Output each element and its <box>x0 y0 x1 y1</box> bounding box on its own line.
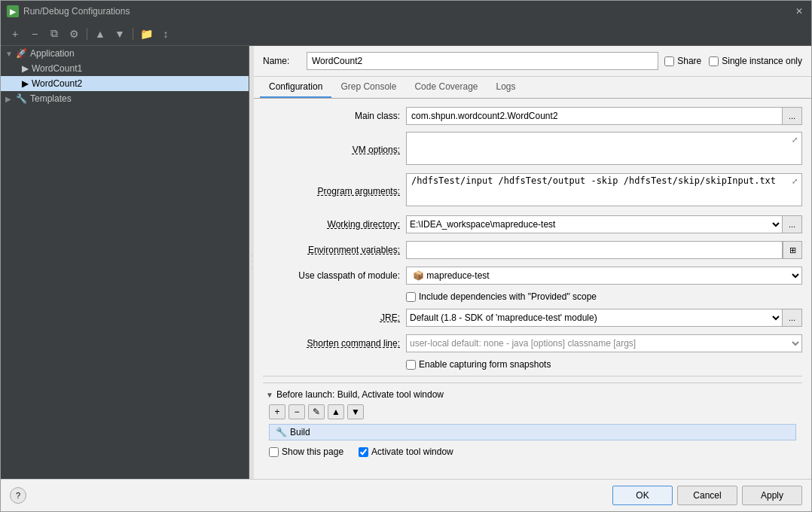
vm-options-row: VM options: ⤢ <box>263 132 802 167</box>
single-instance-option[interactable]: Single instance only <box>709 56 802 66</box>
move-down-button[interactable]: ▼ <box>111 26 128 42</box>
classpath-label: Use classpath of module: <box>263 270 406 281</box>
apply-button[interactable]: Apply <box>742 486 802 505</box>
name-bar: Name: Share Single instance only <box>254 46 811 77</box>
tree-wordcount2[interactable]: ▶ WordCount2 <box>1 76 249 91</box>
env-vars-field: ⊞ <box>406 241 802 259</box>
working-dir-row: Working directory: E:\IDEA_workspace\map… <box>263 215 802 234</box>
enable-capture-label: Enable capturing form snapshots <box>419 359 551 370</box>
classpath-field: 📦 mapreduce-test <box>406 267 802 285</box>
before-launch-arrow[interactable]: ▼ <box>266 391 273 399</box>
enable-capture-option[interactable]: Enable capturing form snapshots <box>406 359 551 370</box>
env-vars-expand-button[interactable]: ⊞ <box>783 241 802 259</box>
single-instance-label: Single instance only <box>722 56 802 66</box>
env-vars-input[interactable] <box>406 241 783 259</box>
env-vars-row: Environment variables: ⊞ <box>263 240 802 260</box>
run-icon-2: ▶ <box>22 78 29 89</box>
env-vars-label: Environment variables: <box>263 245 406 255</box>
name-field-label: Name: <box>263 56 301 66</box>
program-args-input[interactable]: /hdfsTest/input /hdfsTest/output -skip /… <box>406 173 802 206</box>
shorten-cmd-select[interactable]: user-local default: none - java [options… <box>406 334 802 352</box>
build-item[interactable]: 🔧 Build <box>269 424 796 440</box>
cancel-button[interactable]: Cancel <box>677 486 737 505</box>
help-button[interactable]: ? <box>10 487 26 504</box>
build-icon: 🔧 <box>276 427 287 437</box>
jre-select[interactable]: Default (1.8 - SDK of 'mapreduce-test' m… <box>406 309 783 327</box>
before-launch-toolbar: + − ✎ ▲ ▼ <box>263 404 802 419</box>
ok-button[interactable]: OK <box>612 486 673 505</box>
include-dep-label: Include dependencies with "Provided" sco… <box>419 291 597 302</box>
activate-tool-option[interactable]: Activate tool window <box>359 446 453 457</box>
vm-options-expand-button[interactable]: ⤢ <box>789 133 801 145</box>
single-instance-checkbox[interactable] <box>709 56 719 66</box>
program-args-expand-button[interactable]: ⤢ <box>789 175 801 187</box>
main-class-label: Main class: <box>263 111 406 121</box>
settings-button[interactable]: ⚙ <box>66 26 82 42</box>
separator <box>263 376 802 376</box>
include-dep-checkbox[interactable] <box>406 292 416 302</box>
templates-label: Templates <box>30 93 72 104</box>
enable-capture-row: Enable capturing form snapshots <box>263 359 802 370</box>
show-page-option[interactable]: Show this page <box>269 446 343 457</box>
jre-field: Default (1.8 - SDK of 'mapreduce-test' m… <box>406 309 802 327</box>
close-button[interactable]: ✕ <box>793 5 805 17</box>
title-bar: ▶ Run/Debug Configurations ✕ <box>1 1 811 22</box>
before-launch-add-button[interactable]: + <box>269 404 285 419</box>
before-launch-header: ▼ Before launch: Build, Activate tool wi… <box>263 389 802 400</box>
program-args-wrapper: /hdfsTest/input /hdfsTest/output -skip /… <box>406 173 802 209</box>
before-launch-section: ▼ Before launch: Build, Activate tool wi… <box>263 382 802 460</box>
main-class-browse-button[interactable]: ... <box>783 107 802 125</box>
tab-logs[interactable]: Logs <box>487 77 525 98</box>
share-option[interactable]: Share <box>664 56 701 66</box>
add-config-button[interactable]: + <box>7 26 23 42</box>
vm-options-input[interactable] <box>406 132 802 165</box>
configuration-panel: Main class: ... VM options: ⤢ <box>254 99 811 479</box>
remove-config-button[interactable]: − <box>26 26 43 42</box>
before-launch-remove-button[interactable]: − <box>288 404 305 419</box>
before-launch-edit-button[interactable]: ✎ <box>308 404 325 419</box>
toolbar: + − ⧉ ⚙ ▲ ▼ 📁 ↕ <box>1 22 811 46</box>
dialog-footer: ? OK Cancel Apply <box>1 479 811 511</box>
separator-2 <box>133 28 133 40</box>
tree-wordcount1[interactable]: ▶ WordCount1 <box>1 61 249 76</box>
classpath-select[interactable]: 📦 mapreduce-test <box>406 267 802 285</box>
sort-button[interactable]: ↕ <box>157 26 174 42</box>
dialog-title: Run/Debug Configurations <box>23 6 130 17</box>
main-content: ▼ 🚀 Application ▶ WordCount1 ▶ WordCount… <box>1 46 811 479</box>
before-launch-down-button[interactable]: ▼ <box>347 404 364 419</box>
working-dir-field: E:\IDEA_workspace\mapreduce-test ... <box>406 215 802 233</box>
program-args-label: Program arguments: <box>263 186 406 197</box>
expand-arrow-application: ▼ <box>5 50 13 58</box>
tree-templates-group[interactable]: ▶ 🔧 Templates <box>1 91 249 106</box>
jre-browse-button[interactable]: ... <box>783 309 802 327</box>
application-label: Application <box>30 48 75 59</box>
application-folder-icon: 🚀 <box>16 48 27 59</box>
copy-config-button[interactable]: ⧉ <box>46 26 63 42</box>
wordcount2-label: WordCount2 <box>32 78 82 89</box>
bottom-checks: Show this page Activate tool window <box>263 440 802 460</box>
working-dir-select[interactable]: E:\IDEA_workspace\mapreduce-test <box>406 215 783 233</box>
name-options: Share Single instance only <box>664 56 802 66</box>
jre-label: JRE: <box>263 312 406 323</box>
tab-code-coverage[interactable]: Code Coverage <box>405 77 487 98</box>
name-input[interactable] <box>307 52 658 70</box>
before-launch-up-button[interactable]: ▲ <box>328 404 344 419</box>
show-page-checkbox[interactable] <box>269 447 279 457</box>
main-class-row: Main class: ... <box>263 106 802 126</box>
include-dep-option[interactable]: Include dependencies with "Provided" sco… <box>406 291 597 302</box>
run-debug-dialog: ▶ Run/Debug Configurations ✕ + − ⧉ ⚙ ▲ ▼… <box>0 0 812 512</box>
activate-tool-checkbox[interactable] <box>359 447 368 457</box>
main-class-input[interactable] <box>406 107 783 125</box>
enable-capture-checkbox[interactable] <box>406 360 416 370</box>
tree-application-group[interactable]: ▼ 🚀 Application <box>1 46 249 61</box>
window-controls: ✕ <box>793 5 805 17</box>
move-up-button[interactable]: ▲ <box>92 26 108 42</box>
show-page-label: Show this page <box>282 446 343 457</box>
working-dir-browse-button[interactable]: ... <box>783 215 802 233</box>
folder-button[interactable]: 📁 <box>138 26 154 42</box>
share-checkbox[interactable] <box>664 56 674 66</box>
build-label: Build <box>290 427 310 437</box>
tab-grep-console[interactable]: Grep Console <box>331 77 405 98</box>
tab-configuration[interactable]: Configuration <box>260 77 331 98</box>
classpath-row: Use classpath of module: 📦 mapreduce-tes… <box>263 266 802 285</box>
